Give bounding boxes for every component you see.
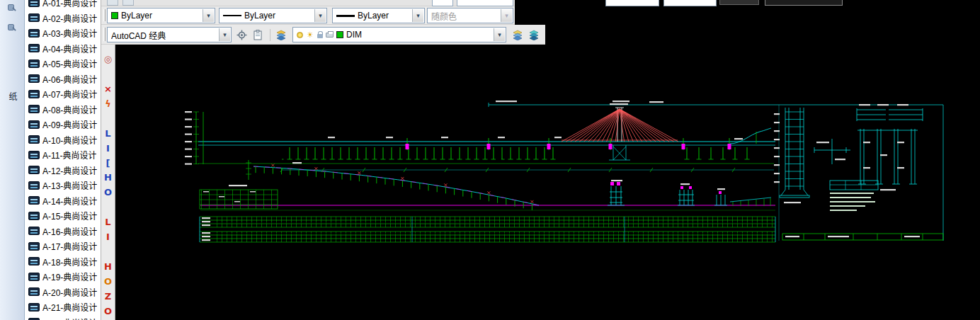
layers-icon	[512, 30, 523, 40]
save-workspace-button[interactable]	[251, 27, 265, 42]
dwg-sheet-icon	[28, 74, 40, 83]
tool-o-orange-icon[interactable]: O	[102, 275, 115, 287]
dwg-sheet-icon	[28, 287, 40, 296]
sheet-list-item[interactable]: A-18-典尚设计	[25, 254, 101, 270]
tool-h-red-icon[interactable]: H	[102, 261, 115, 273]
sheet-list-panel: A-01-典尚设计A-02-典尚设计A-03-典尚设计A-04-典尚设计A-05…	[25, 0, 101, 320]
tool-i-blue-icon[interactable]: I	[102, 142, 115, 154]
sheet-label: A-18-典尚设计	[42, 256, 97, 268]
layer-freeze-sun-icon[interactable]	[306, 30, 314, 40]
notes-block	[830, 181, 878, 211]
color-control[interactable]: ByLayer	[107, 8, 215, 23]
layer-lock-icon[interactable]	[317, 34, 323, 38]
sheet-list-item[interactable]: A-01-典尚设计	[25, 0, 101, 11]
toolbar-gap	[102, 113, 115, 125]
layer-plot-icon[interactable]	[326, 33, 334, 38]
sheet-label: A-10-典尚设计	[42, 134, 97, 146]
linetype-sample-icon	[223, 15, 241, 16]
dwg-sheet-icon	[28, 257, 40, 265]
workspace-settings-button[interactable]	[234, 27, 249, 42]
sheet-label: A-07-典尚设计	[42, 88, 97, 100]
sheet-list-item[interactable]: A-03-典尚设计	[25, 25, 101, 41]
sheet-label: A-22-典尚设计	[42, 316, 97, 320]
auto-hide-pin-icon[interactable]	[8, 24, 16, 33]
toolbar-gap	[102, 201, 115, 213]
linetype-control[interactable]: ByLayer	[219, 8, 327, 23]
tool-h-blue-icon[interactable]: H	[102, 172, 115, 184]
dwg-sheet-icon	[28, 196, 40, 205]
bridge-profile	[200, 160, 775, 210]
sheet-label: A-15-典尚设计	[42, 210, 97, 222]
layers-icon	[275, 30, 287, 40]
sheet-list-item[interactable]: A-09-典尚设计	[25, 117, 101, 132]
tool-o-red-icon[interactable]: O	[102, 305, 115, 317]
explode-icon[interactable]: ϟ	[102, 98, 115, 110]
layer-control[interactable]: DIM	[292, 27, 506, 42]
sheet-list-item[interactable]: A-06-典尚设计	[25, 72, 101, 87]
tool-i-red-icon[interactable]: I	[102, 231, 115, 243]
sheet-list-item[interactable]: A-21-典尚设计	[25, 299, 101, 315]
drawing-canvas[interactable]	[115, 0, 980, 320]
toolbar-grip[interactable]	[103, 9, 106, 21]
sheet-list-item[interactable]: A-14-典尚设计	[25, 193, 101, 209]
sheet-label: A-05-典尚设计	[42, 57, 97, 69]
tool-l-red-icon[interactable]: L	[102, 216, 115, 228]
sheet-list-item[interactable]: A-22-典尚设计	[25, 315, 101, 320]
dwg-sheet-icon	[28, 242, 40, 251]
layer-on-bulb-icon[interactable]	[297, 32, 303, 38]
clipped-control[interactable]	[432, 0, 453, 6]
sheet-list-item[interactable]: A-07-典尚设计	[25, 86, 101, 102]
tool-l-blue-icon[interactable]: L	[102, 127, 115, 139]
clipped-button[interactable]	[107, 0, 118, 6]
sheet-label: A-08-典尚设计	[42, 103, 97, 115]
sheet-list-item[interactable]: A-20-典尚设计	[25, 285, 101, 300]
sheet-label: A-09-典尚设计	[42, 118, 97, 130]
layer-previous-button[interactable]	[511, 27, 525, 42]
tool-bracket-blue-icon[interactable]: [	[102, 157, 115, 169]
dwg-sheet-icon	[28, 227, 40, 235]
clipped-control[interactable]	[457, 0, 513, 6]
dropdown-arrow-icon[interactable]	[203, 9, 214, 22]
clipped-floating-control[interactable]	[663, 0, 717, 6]
dropdown-arrow-icon[interactable]	[494, 28, 505, 41]
sheet-label: A-16-典尚设计	[42, 225, 97, 237]
current-color-swatch	[111, 12, 118, 19]
lineweight-value: ByLayer	[358, 11, 411, 21]
lineweight-control[interactable]: ByLayer	[332, 8, 425, 23]
dwg-sheet-icon	[28, 151, 40, 159]
sheet-label: A-06-典尚设计	[42, 73, 97, 85]
draw-order-icon[interactable]: ◎	[102, 53, 115, 65]
sheet-list-item[interactable]: A-10-典尚设计	[25, 132, 101, 148]
sheet-list-item[interactable]: A-19-典尚设计	[25, 269, 101, 285]
bottom-data-tables	[200, 217, 775, 242]
sheet-label: A-11-典尚设计	[42, 149, 96, 161]
clipped-button[interactable]	[122, 0, 134, 6]
sheet-list-item[interactable]: A-05-典尚设计	[25, 56, 101, 72]
dropdown-arrow-icon[interactable]	[412, 9, 423, 22]
sheet-set-tab[interactable]: 纸	[6, 92, 18, 102]
tool-z-red-icon[interactable]: Z	[102, 290, 115, 302]
toolbar-grip[interactable]	[103, 28, 106, 41]
sheet-list-item[interactable]: A-17-典尚设计	[25, 239, 101, 254]
layer-properties-button[interactable]	[274, 27, 288, 42]
clipped-floating-control	[719, 0, 759, 5]
sheet-list-item[interactable]: A-15-典尚设计	[25, 208, 101, 224]
auto-hide-pin-icon[interactable]	[8, 4, 16, 13]
clipped-floating-control[interactable]	[605, 0, 659, 6]
sheet-label: A-12-典尚设计	[42, 164, 97, 176]
sheet-list-item[interactable]: A-02-典尚设计	[25, 11, 101, 26]
erase-icon[interactable]: ×	[102, 83, 115, 95]
dropdown-arrow-icon[interactable]	[219, 28, 230, 41]
sheet-label: A-04-典尚设计	[42, 42, 97, 55]
sheet-list-item[interactable]: A-04-典尚设计	[25, 41, 101, 57]
workspace-control[interactable]: AutoCAD 经典	[107, 27, 232, 42]
sheet-list-item[interactable]: A-12-典尚设计	[25, 163, 101, 178]
tool-o-blue-icon[interactable]: O	[102, 186, 115, 198]
sheet-list-item[interactable]: A-08-典尚设计	[25, 102, 101, 118]
tower-detail	[780, 108, 809, 198]
sheet-list-item[interactable]: A-11-典尚设计	[25, 147, 101, 163]
layer-states-button[interactable]	[527, 27, 541, 42]
sheet-list-item[interactable]: A-16-典尚设计	[25, 224, 101, 239]
sheet-list-item[interactable]: A-13-典尚设计	[25, 178, 101, 193]
dropdown-arrow-icon[interactable]	[314, 9, 326, 22]
